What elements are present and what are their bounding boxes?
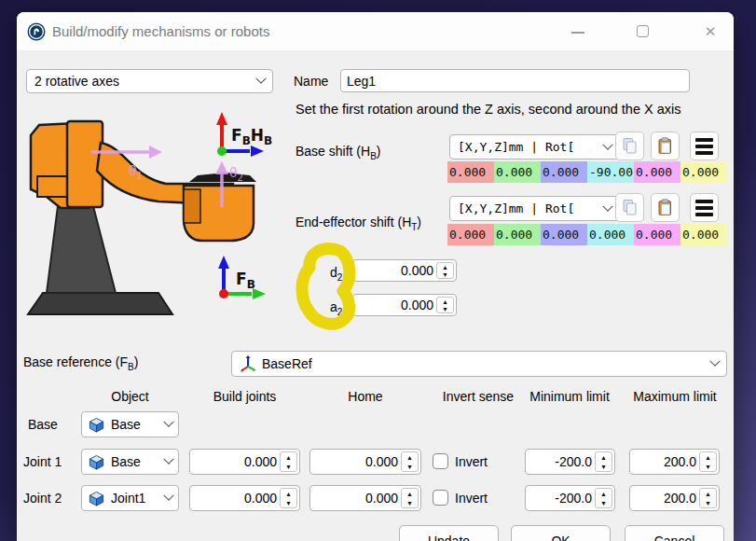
base-object-select[interactable]: Base [81, 411, 179, 437]
spin-up-icon[interactable]: ▲ [437, 263, 453, 270]
spin-up-icon[interactable]: ▲ [700, 452, 716, 462]
robot-pedestal [47, 206, 116, 293]
matrix-cell[interactable]: 0.000 [587, 224, 634, 245]
joint2-invert-checkbox[interactable] [433, 490, 448, 506]
joint2-max-limit-value[interactable]: 200.0 [634, 486, 696, 510]
maximize-icon [637, 25, 649, 37]
spin-up-icon[interactable]: ▲ [402, 489, 418, 498]
spin-up-icon[interactable]: ▲ [281, 489, 296, 498]
matrix-cell[interactable]: 0.000 [494, 161, 541, 183]
blue-axis-arrow-icon [251, 146, 264, 157]
matrix-cell[interactable]: 0.000 [447, 224, 494, 245]
joint1-max-limit-spinner[interactable]: 200.0 ▲▼ [629, 449, 720, 475]
robot-base-plate [28, 293, 172, 314]
spin-down-icon[interactable]: ▼ [596, 498, 612, 507]
row-label-joint1: Joint 1 [23, 454, 62, 469]
dh-param-d2-value[interactable]: 0.000 [357, 260, 433, 281]
joint1-invert-checkbox[interactable] [433, 453, 448, 469]
robot-end-effector-shade [184, 189, 200, 223]
spin-up-icon[interactable]: ▲ [700, 489, 716, 498]
spin-up-icon[interactable]: ▲ [596, 489, 612, 498]
mechanism-type-value: 2 rotative axes [34, 74, 252, 89]
spin-down-icon[interactable]: ▼ [402, 462, 418, 471]
end-effector-copy-button[interactable] [615, 193, 644, 222]
end-effector-paste-button[interactable] [651, 193, 680, 222]
dh-param-a2-value[interactable]: 0.000 [357, 295, 433, 315]
mechanism-type-select[interactable]: 2 rotative axes [26, 69, 273, 93]
matrix-cell[interactable]: 0.000 [541, 161, 587, 183]
cancel-button[interactable]: Cancel [625, 525, 724, 541]
end-effector-units-value: [X,Y,Z]mm | Rot[ [458, 201, 598, 215]
spin-up-icon[interactable]: ▲ [596, 452, 612, 462]
ok-button[interactable]: OK [511, 525, 611, 541]
joint2-min-limit-value[interactable]: -200.0 [529, 486, 592, 510]
spin-down-icon[interactable]: ▼ [700, 462, 716, 471]
matrix-cell[interactable]: 0.000 [680, 161, 727, 183]
joint2-build-value[interactable]: 0.000 [194, 486, 277, 510]
end-effector-menu-button[interactable] [690, 193, 719, 222]
matrix-cell[interactable]: 0.000 [634, 224, 680, 245]
joint1-object-value: Base [111, 454, 159, 469]
base-shift-units-select[interactable]: [X,Y,Z]mm | Rot[ [449, 134, 620, 160]
matrix-cell[interactable]: 0.000 [494, 224, 541, 245]
base-shift-copy-button[interactable] [615, 132, 644, 160]
spin-down-icon[interactable]: ▼ [281, 498, 296, 507]
base-shift-units-value: [X,Y,Z]mm | Rot[ [458, 140, 598, 154]
spin-down-icon[interactable]: ▼ [402, 498, 418, 507]
spin-down-icon[interactable]: ▼ [437, 270, 453, 278]
header-maximum-limit: Maximum limit [627, 389, 722, 404]
paste-icon [656, 199, 674, 216]
spin-down-icon[interactable]: ▼ [596, 462, 612, 471]
base-shift-menu-button[interactable] [690, 132, 719, 160]
joint1-build-spinner[interactable]: 0.000 ▲▼ [189, 449, 300, 475]
frame-top-fbhb: FBHB [216, 112, 272, 157]
spin-up-icon[interactable]: ▲ [437, 298, 453, 305]
joint2-home-value[interactable]: 0.000 [314, 486, 398, 510]
base-reference-select[interactable]: BaseRef [231, 351, 727, 377]
spin-down-icon[interactable]: ▼ [281, 462, 296, 471]
matrix-cell[interactable]: 0.000 [634, 161, 680, 183]
spin-up-icon[interactable]: ▲ [402, 452, 418, 462]
blue-axis-arrow-icon [218, 256, 229, 269]
chevron-down-icon [163, 417, 173, 427]
frame-origin-dot [219, 289, 228, 298]
header-build-joints: Build joints [189, 389, 300, 404]
maximize-button[interactable] [629, 18, 657, 46]
spin-down-icon[interactable]: ▼ [700, 498, 716, 507]
joint2-object-select[interactable]: Joint1 [81, 485, 179, 511]
joint1-max-limit-value[interactable]: 200.0 [634, 450, 696, 474]
end-effector-units-select[interactable]: [X,Y,Z]mm | Rot[ [449, 196, 620, 221]
joint1-min-limit-value[interactable]: -200.0 [529, 450, 592, 474]
joint1-home-value[interactable]: 0.000 [314, 450, 398, 474]
base-shift-label: Base shift (HB) [296, 144, 380, 161]
joint2-home-spinner[interactable]: 0.000 ▲▼ [309, 485, 421, 511]
frame-top-label: FBHB [231, 126, 272, 147]
matrix-cell[interactable]: 0.000 [447, 161, 494, 183]
spin-up-icon[interactable]: ▲ [281, 452, 296, 462]
header-invert-sense: Invert sense [427, 389, 529, 404]
joint2-max-limit-spinner[interactable]: 200.0 ▲▼ [629, 485, 720, 511]
joint1-object-select[interactable]: Base [81, 449, 179, 475]
matrix-cell[interactable]: -90.00 [587, 161, 634, 183]
joint2-min-limit-spinner[interactable]: -200.0 ▲▼ [525, 485, 615, 511]
base-object-value: Base [111, 417, 159, 432]
paste-icon [656, 137, 674, 155]
dh-param-a2-spinner[interactable]: 0.000 ▲ ▼ [352, 294, 457, 316]
dh-param-d2-spinner[interactable]: 0.000 ▲ ▼ [352, 259, 457, 282]
base-shift-paste-button[interactable] [651, 132, 680, 160]
instruction-text: Set the first rotation around the Z axis… [296, 102, 680, 117]
spin-down-icon[interactable]: ▼ [437, 305, 453, 312]
minimize-button[interactable] [564, 18, 592, 46]
end-effector-matrix: 0.000 0.000 0.000 0.000 0.000 0.000 [447, 224, 727, 245]
matrix-cell[interactable]: 0.000 [541, 224, 587, 245]
joint1-min-limit-spinner[interactable]: -200.0 ▲▼ [525, 449, 615, 475]
red-axis-arrow-icon [216, 112, 227, 125]
close-button[interactable]: ✕ [696, 18, 724, 46]
update-button[interactable]: Update [399, 525, 499, 541]
matrix-cell[interactable]: 0.000 [680, 224, 727, 245]
name-input[interactable] [340, 69, 690, 92]
joint1-build-value[interactable]: 0.000 [194, 450, 277, 474]
joint2-build-spinner[interactable]: 0.000 ▲▼ [189, 485, 300, 511]
joint1-home-spinner[interactable]: 0.000 ▲▼ [309, 449, 421, 475]
copy-icon [621, 199, 639, 216]
